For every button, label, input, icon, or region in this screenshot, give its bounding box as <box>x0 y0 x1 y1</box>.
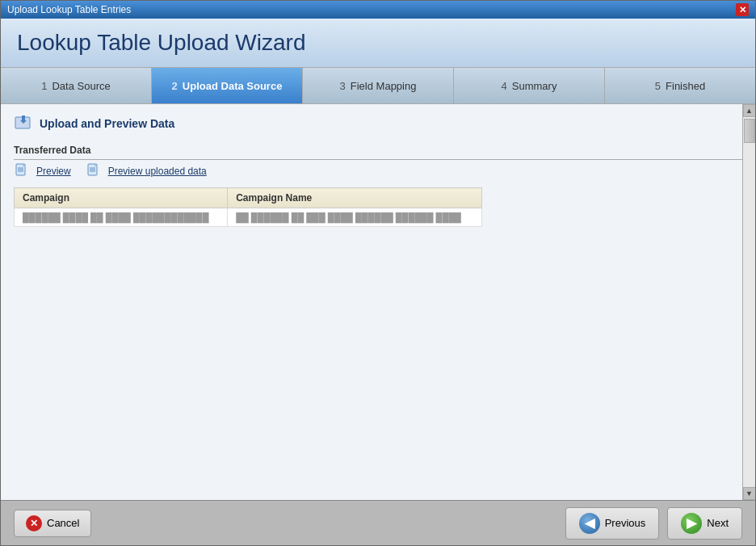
footer: ✕ Cancel ◀ Previous ▶ Next <box>1 500 755 545</box>
step-1-label: Data Source <box>52 80 110 92</box>
wizard-title: Lookup Table Upload Wizard <box>17 30 739 56</box>
data-table: Campaign Campaign Name ██████ ████ ██ ██… <box>14 187 482 227</box>
section-title: Upload and Preview Data <box>40 117 174 130</box>
step-3-number: 3 <box>340 80 346 92</box>
preview-uploaded-button[interactable]: Preview uploaded data <box>108 166 207 177</box>
preview-uploaded-doc-icon <box>86 163 102 179</box>
section-header: Upload and Preview Data <box>14 114 742 133</box>
window-title: Upload Lookup Table Entries <box>7 4 131 15</box>
nav-buttons: ◀ Previous ▶ Next <box>565 507 742 540</box>
scroll-down-arrow[interactable]: ▼ <box>743 487 756 500</box>
step-5[interactable]: 5 Finished <box>605 68 755 103</box>
content-area: Upload and Preview Data Transferred Data… <box>1 104 755 500</box>
step-3[interactable]: 3 Field Mapping <box>303 68 454 103</box>
upload-icon <box>14 114 33 133</box>
transferred-data-label: Transferred Data <box>14 145 742 160</box>
cancel-button[interactable]: ✕ Cancel <box>14 510 91 537</box>
steps-bar: 1 Data Source 2 Upload Data Source 3 Fie… <box>1 67 755 104</box>
col-campaign: Campaign <box>15 188 228 208</box>
scroll-track[interactable] <box>743 117 755 487</box>
cancel-icon: ✕ <box>26 515 42 531</box>
scrollbar[interactable]: ▲ ▼ <box>742 104 755 500</box>
cell-campaign-name: ██ ██████ ██ ███ ████ ██████ ██████ ████ <box>228 208 482 227</box>
step-2-label: Upload Data Source <box>183 80 283 92</box>
step-4-number: 4 <box>502 80 507 92</box>
step-2[interactable]: 2 Upload Data Source <box>152 68 303 103</box>
title-bar: Upload Lookup Table Entries ✕ <box>1 1 755 19</box>
step-1-number: 1 <box>41 80 47 92</box>
table-row: ██████ ████ ██ ████ ████████████ ██ ████… <box>15 208 482 227</box>
col-campaign-name: Campaign Name <box>228 188 482 208</box>
next-label: Next <box>707 517 729 529</box>
preview-button[interactable]: Preview <box>36 166 71 177</box>
step-4-label: Summary <box>512 80 557 92</box>
close-button[interactable]: ✕ <box>736 3 749 16</box>
previous-label: Previous <box>605 517 646 529</box>
scroll-up-arrow[interactable]: ▲ <box>743 104 756 117</box>
step-2-number: 2 <box>172 80 178 92</box>
header-area: Lookup Table Upload Wizard <box>1 19 755 67</box>
content-inner: Upload and Preview Data Transferred Data… <box>1 104 755 500</box>
previous-icon: ◀ <box>579 513 600 534</box>
step-5-label: Finished <box>666 80 705 92</box>
scroll-thumb[interactable] <box>744 119 755 143</box>
preview-doc-icon <box>14 163 30 179</box>
previous-button[interactable]: ◀ Previous <box>565 507 660 540</box>
main-window: Upload Lookup Table Entries ✕ Lookup Tab… <box>0 0 756 546</box>
cancel-label: Cancel <box>47 517 79 529</box>
step-4[interactable]: 4 Summary <box>454 68 605 103</box>
preview-row: Preview Preview uploaded data <box>14 163 742 179</box>
next-icon: ▶ <box>681 513 702 534</box>
step-5-number: 5 <box>655 80 661 92</box>
next-button[interactable]: ▶ Next <box>667 507 742 540</box>
cell-campaign: ██████ ████ ██ ████ ████████████ <box>15 208 228 227</box>
step-1[interactable]: 1 Data Source <box>1 68 152 103</box>
step-3-label: Field Mapping <box>351 80 417 92</box>
